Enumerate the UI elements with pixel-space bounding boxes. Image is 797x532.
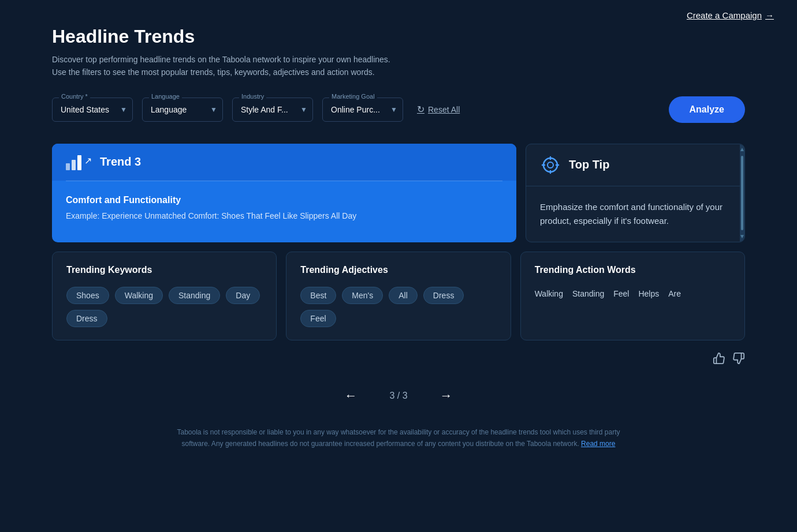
page-description: Discover top performing headline trends … [52, 53, 745, 79]
action-word: Feel [613, 287, 629, 301]
country-select[interactable]: United States [52, 98, 133, 122]
thumbs-down-icon [732, 352, 745, 365]
keyword-tag[interactable]: Walking [115, 287, 163, 304]
keyword-tag[interactable]: Dress [66, 310, 107, 327]
country-label: Country * [59, 93, 90, 100]
trend-subtitle: Comfort and Functionality [66, 195, 502, 205]
reset-icon: ↻ [417, 104, 424, 115]
scrollbar-up-arrow[interactable]: ▲ [739, 147, 745, 152]
thumbs-up-icon [713, 352, 725, 365]
trend-chart-icon: ↗ [66, 154, 92, 170]
action-word: Are [668, 287, 681, 301]
feedback-row [52, 352, 745, 372]
trending-keywords-tags: ShoesWalkingStandingDayDress [66, 287, 262, 327]
page-title: Headline Trends [52, 26, 745, 47]
top-tip-title: Top Tip [569, 158, 609, 171]
top-tip-body: Emphasize the comfort and functionality … [526, 186, 744, 242]
action-word: Helps [638, 287, 659, 301]
adjective-tag[interactable]: Dress [423, 287, 464, 304]
trending-keywords-card: Trending Keywords ShoesWalkingStandingDa… [52, 252, 277, 340]
main-grid: ↗ Trend 3 Comfort and Functionality Exam… [52, 144, 745, 242]
trend-card: ↗ Trend 3 Comfort and Functionality Exam… [52, 144, 516, 242]
create-campaign-link[interactable]: Create a Campaign → [687, 10, 774, 20]
adjective-tag[interactable]: Men's [342, 287, 383, 304]
country-filter: Country * United States ▼ [52, 98, 133, 122]
prev-page-button[interactable]: ← [335, 384, 366, 408]
thumbs-up-button[interactable] [713, 352, 725, 368]
scrollbar[interactable]: ▲ ▼ [740, 144, 744, 242]
language-filter: Language Language ▼ [142, 98, 223, 122]
scrollbar-thumb [741, 156, 743, 230]
trending-action-words-list: WalkingStandingFeelHelpsAre [535, 287, 731, 301]
language-label: Language [149, 93, 182, 100]
footer-disclaimer: Taboola is not responsible or liable to … [52, 417, 745, 467]
scrollbar-down-arrow[interactable]: ▼ [739, 234, 745, 239]
adjective-tag[interactable]: Feel [300, 310, 336, 327]
industry-label: Industry [239, 93, 266, 100]
analyze-button[interactable]: Analyze [669, 96, 745, 123]
trend-card-header: ↗ Trend 3 [52, 144, 516, 181]
next-page-button[interactable]: → [431, 384, 462, 408]
tip-lightbulb-icon [540, 155, 561, 175]
keywords-grid: Trending Keywords ShoesWalkingStandingDa… [52, 252, 745, 340]
keyword-tag[interactable]: Standing [169, 287, 220, 304]
trending-action-words-title: Trending Action Words [535, 265, 731, 275]
top-tip-header: Top Tip [526, 144, 744, 186]
action-word: Walking [535, 287, 563, 301]
thumbs-down-button[interactable] [732, 352, 745, 368]
adjective-tag[interactable]: All [389, 287, 418, 304]
svg-point-1 [548, 162, 553, 168]
trending-adjectives-title: Trending Adjectives [300, 265, 496, 275]
pagination-row: ← 3 / 3 → [52, 372, 745, 417]
marketing-goal-filter: Marketing Goal Online Purc... ▼ [322, 98, 403, 122]
marketing-goal-label: Marketing Goal [329, 93, 377, 100]
pagination-text: 3 / 3 [389, 391, 407, 401]
trend-card-body: Comfort and Functionality Example: Exper… [52, 181, 516, 234]
svg-point-0 [543, 158, 557, 172]
keyword-tag[interactable]: Day [226, 287, 260, 304]
read-more-link[interactable]: Read more [581, 440, 615, 448]
industry-filter: Industry Style And F... ▼ [232, 98, 313, 122]
adjective-tag[interactable]: Best [300, 287, 336, 304]
trending-adjectives-card: Trending Adjectives BestMen'sAllDressFee… [286, 252, 511, 340]
language-select[interactable]: Language [142, 98, 223, 122]
trending-adjectives-tags: BestMen'sAllDressFeel [300, 287, 496, 327]
filters-row: Country * United States ▼ Language Langu… [52, 96, 745, 123]
arrow-right-icon: → [765, 10, 774, 20]
trending-action-words-card: Trending Action Words WalkingStandingFee… [520, 252, 745, 340]
marketing-goal-select[interactable]: Online Purc... [322, 98, 403, 122]
reset-label: Reset All [428, 105, 460, 114]
trend-card-title: Trend 3 [100, 155, 141, 168]
trend-example: Example: Experience Unmatched Comfort: S… [66, 211, 502, 220]
create-campaign-label: Create a Campaign [687, 10, 762, 20]
reset-button[interactable]: ↻ Reset All [412, 99, 464, 119]
action-word: Standing [572, 287, 604, 301]
trending-keywords-title: Trending Keywords [66, 265, 262, 275]
keyword-tag[interactable]: Shoes [66, 287, 109, 304]
top-tip-card: Top Tip Emphasize the comfort and functi… [526, 144, 745, 242]
industry-select[interactable]: Style And F... [232, 98, 313, 122]
